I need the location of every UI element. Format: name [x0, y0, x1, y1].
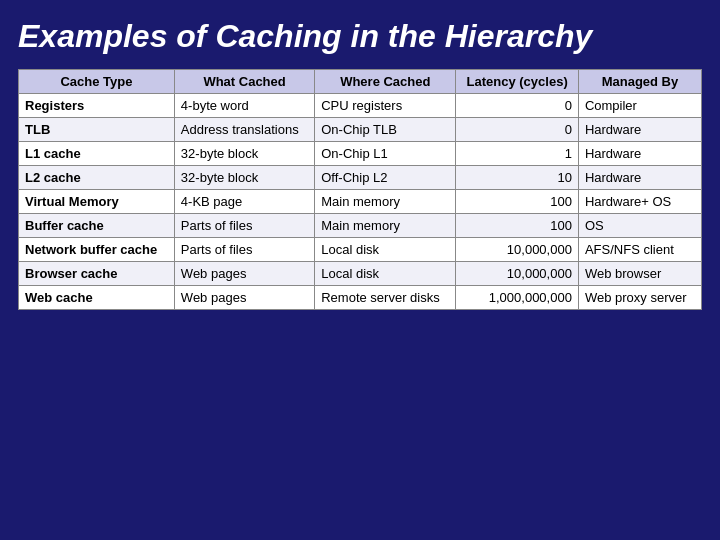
- table-cell: Virtual Memory: [19, 190, 175, 214]
- table-cell: L1 cache: [19, 142, 175, 166]
- table-cell: Web cache: [19, 286, 175, 310]
- caching-table: Cache Type What Cached Where Cached Late…: [18, 69, 702, 310]
- col-header-where-cached: Where Cached: [315, 70, 456, 94]
- table-cell: 100: [456, 190, 579, 214]
- table-header-row: Cache Type What Cached Where Cached Late…: [19, 70, 702, 94]
- table-cell: Remote server disks: [315, 286, 456, 310]
- table-cell: Local disk: [315, 262, 456, 286]
- table-cell: Address translations: [174, 118, 314, 142]
- slide: Examples of Caching in the Hierarchy Cac…: [0, 0, 720, 540]
- table-cell: 32-byte block: [174, 166, 314, 190]
- table-cell: Main memory: [315, 214, 456, 238]
- table-row: L2 cache32-byte blockOff-Chip L210Hardwa…: [19, 166, 702, 190]
- table-cell: L2 cache: [19, 166, 175, 190]
- table-cell: Web browser: [578, 262, 701, 286]
- table-row: Registers4-byte wordCPU registers0Compil…: [19, 94, 702, 118]
- table-cell: Registers: [19, 94, 175, 118]
- table-row: Buffer cacheParts of filesMain memory100…: [19, 214, 702, 238]
- table-cell: Browser cache: [19, 262, 175, 286]
- table-row: Virtual Memory4-KB pageMain memory100Har…: [19, 190, 702, 214]
- col-header-what-cached: What Cached: [174, 70, 314, 94]
- table-cell: Compiler: [578, 94, 701, 118]
- table-row: L1 cache32-byte blockOn-Chip L11Hardware: [19, 142, 702, 166]
- table-cell: 100: [456, 214, 579, 238]
- table-cell: Hardware: [578, 142, 701, 166]
- table-cell: 10,000,000: [456, 238, 579, 262]
- table-cell: 0: [456, 118, 579, 142]
- table-cell: On-Chip L1: [315, 142, 456, 166]
- table-cell: OS: [578, 214, 701, 238]
- table-cell: Hardware+ OS: [578, 190, 701, 214]
- table-cell: 0: [456, 94, 579, 118]
- col-header-latency: Latency (cycles): [456, 70, 579, 94]
- table-cell: Local disk: [315, 238, 456, 262]
- table-cell: Hardware: [578, 166, 701, 190]
- table-row: Browser cacheWeb pagesLocal disk10,000,0…: [19, 262, 702, 286]
- col-header-managed-by: Managed By: [578, 70, 701, 94]
- table-row: TLBAddress translationsOn-Chip TLB0Hardw…: [19, 118, 702, 142]
- table-cell: Web pages: [174, 262, 314, 286]
- table-cell: 1,000,000,000: [456, 286, 579, 310]
- slide-title: Examples of Caching in the Hierarchy: [18, 18, 702, 55]
- table-cell: 10,000,000: [456, 262, 579, 286]
- table-cell: Parts of files: [174, 238, 314, 262]
- table-cell: TLB: [19, 118, 175, 142]
- table-cell: Parts of files: [174, 214, 314, 238]
- table-cell: 32-byte block: [174, 142, 314, 166]
- table-cell: 4-byte word: [174, 94, 314, 118]
- table-cell: 4-KB page: [174, 190, 314, 214]
- table-row: Web cacheWeb pagesRemote server disks1,0…: [19, 286, 702, 310]
- col-header-cache-type: Cache Type: [19, 70, 175, 94]
- table-cell: Off-Chip L2: [315, 166, 456, 190]
- table-cell: Web pages: [174, 286, 314, 310]
- table-cell: On-Chip TLB: [315, 118, 456, 142]
- table-cell: Buffer cache: [19, 214, 175, 238]
- table-cell: 10: [456, 166, 579, 190]
- table-cell: Hardware: [578, 118, 701, 142]
- table-cell: CPU registers: [315, 94, 456, 118]
- table-cell: Web proxy server: [578, 286, 701, 310]
- table-cell: 1: [456, 142, 579, 166]
- table-cell: Network buffer cache: [19, 238, 175, 262]
- table-row: Network buffer cacheParts of filesLocal …: [19, 238, 702, 262]
- table-cell: AFS/NFS client: [578, 238, 701, 262]
- table-cell: Main memory: [315, 190, 456, 214]
